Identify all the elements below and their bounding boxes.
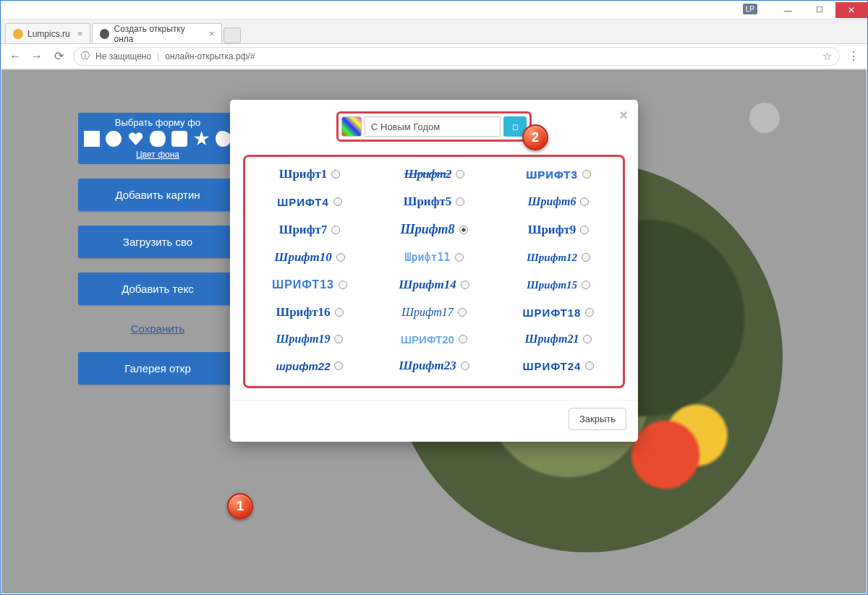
- window-minimize-button[interactable]: [772, 2, 804, 18]
- font-radio[interactable]: [331, 226, 340, 234]
- font-radio[interactable]: [585, 361, 594, 370]
- font-radio[interactable]: [334, 361, 343, 370]
- font-option-label: Шрифт14: [399, 278, 456, 292]
- font-option[interactable]: Шрифт10: [250, 250, 370, 265]
- annotation-badge-1: 1: [227, 493, 253, 519]
- add-image-button[interactable]: Добавить картин: [78, 179, 237, 211]
- font-option[interactable]: Шрифт15: [498, 278, 618, 292]
- font-radio[interactable]: [458, 308, 467, 317]
- font-radio[interactable]: [455, 253, 464, 262]
- new-tab-button[interactable]: [224, 27, 241, 43]
- font-option[interactable]: ШРИФТ3: [498, 167, 618, 181]
- font-radio[interactable]: [331, 170, 340, 179]
- font-radio[interactable]: [582, 170, 591, 179]
- titlebar: LP: [1, 1, 867, 20]
- font-option[interactable]: Шрифт6: [498, 194, 618, 209]
- font-radio[interactable]: [459, 335, 467, 343]
- shape-oval-icon[interactable]: [150, 131, 166, 147]
- font-option-label: Шрифт12: [527, 252, 577, 264]
- shape-heart-icon[interactable]: [128, 131, 144, 147]
- font-radio[interactable]: [461, 281, 469, 289]
- font-radio[interactable]: [580, 226, 589, 234]
- font-radio[interactable]: [456, 170, 464, 179]
- bookmark-icon[interactable]: ☆: [822, 50, 832, 63]
- font-option-label: ШРИФТ24: [523, 360, 582, 372]
- page-viewport: Выбрать форму фо Цвет фона Добавить карт…: [1, 69, 867, 594]
- font-option[interactable]: Шрифт12: [498, 250, 618, 265]
- font-option-label: Шрифт1: [279, 167, 328, 181]
- font-option[interactable]: ШРИФТ24: [498, 359, 618, 373]
- close-button[interactable]: Закрыть: [569, 408, 626, 430]
- font-option-label: Шрифт2: [404, 167, 451, 181]
- font-option[interactable]: Шрифт5: [374, 194, 494, 209]
- notification-bubble: [749, 103, 780, 133]
- font-option[interactable]: ШРИФТ20: [374, 333, 494, 346]
- modal-close-icon[interactable]: ×: [619, 107, 628, 124]
- font-radio[interactable]: [456, 197, 464, 206]
- font-option-label: Шрифт9: [528, 223, 576, 237]
- modal-footer: Закрыть: [230, 400, 638, 442]
- font-option[interactable]: ШРИФТ13: [250, 278, 370, 292]
- font-radio[interactable]: [333, 197, 342, 206]
- font-radio[interactable]: [334, 335, 343, 343]
- shape-square-icon[interactable]: [84, 131, 100, 147]
- font-option[interactable]: Шрифт21: [498, 333, 618, 346]
- font-radio[interactable]: [336, 253, 345, 262]
- font-option[interactable]: ШРИФТ4: [250, 194, 370, 209]
- shape-rounded-icon[interactable]: [171, 131, 187, 147]
- font-radio[interactable]: [583, 335, 592, 343]
- sidebar: Выбрать форму фо Цвет фона Добавить карт…: [78, 113, 237, 385]
- window-close-button[interactable]: [835, 2, 867, 18]
- gallery-button[interactable]: Галерея откр: [78, 352, 237, 385]
- font-option[interactable]: Шрифт23: [374, 359, 494, 373]
- font-radio[interactable]: [339, 281, 347, 289]
- font-option[interactable]: Шрифт7: [250, 222, 370, 237]
- font-radio[interactable]: [335, 308, 344, 317]
- favicon-icon: [100, 29, 109, 39]
- background-color-link[interactable]: Цвет фона: [84, 150, 231, 160]
- font-radio[interactable]: [582, 253, 590, 262]
- font-option[interactable]: Шрифт16: [250, 305, 370, 320]
- font-radio[interactable]: [582, 281, 590, 289]
- font-option[interactable]: ШРИФТ18: [498, 305, 618, 320]
- color-picker-button[interactable]: [341, 116, 362, 137]
- font-option[interactable]: Шрифт2: [374, 167, 494, 181]
- font-option-label: Шрифт8: [400, 222, 454, 237]
- browser-tab-postcard[interactable]: Создать открытку онла ×: [92, 23, 222, 43]
- upload-button[interactable]: Загрузить сво: [78, 226, 237, 258]
- font-option-label: Шрифт15: [527, 279, 577, 291]
- browser-tab-lumpics[interactable]: Lumpics.ru ×: [5, 23, 90, 43]
- font-option[interactable]: шрифт22: [250, 359, 370, 373]
- save-link[interactable]: Сохранить: [78, 320, 237, 338]
- font-option-label: Шрифт21: [525, 333, 579, 346]
- greeting-text-input[interactable]: [365, 116, 501, 137]
- security-label: Не защищено: [95, 51, 151, 61]
- font-option[interactable]: Шрифт17: [374, 305, 494, 320]
- shape-circle-icon[interactable]: [106, 131, 122, 147]
- address-bar[interactable]: ⓘ Не защищено | онлайн-открытка.рф/# ☆: [73, 47, 840, 66]
- back-icon[interactable]: ←: [8, 50, 22, 63]
- font-radio[interactable]: [580, 197, 589, 206]
- font-option[interactable]: Шрифт9: [498, 222, 618, 237]
- close-icon[interactable]: ×: [77, 28, 83, 39]
- shape-blob-icon[interactable]: [216, 131, 231, 147]
- font-radio[interactable]: [459, 226, 468, 234]
- add-text-button[interactable]: Добавить текс: [78, 273, 237, 305]
- lp-badge: LP: [743, 4, 757, 14]
- font-option[interactable]: Шрифт1: [250, 167, 370, 181]
- menu-icon[interactable]: ⋮: [847, 49, 860, 63]
- font-option[interactable]: Шрифт14: [374, 278, 494, 292]
- font-radio[interactable]: [461, 361, 469, 370]
- font-option[interactable]: Шрифт19: [250, 333, 370, 346]
- shape-star-icon[interactable]: [194, 131, 210, 147]
- reload-icon[interactable]: ⟳: [51, 49, 66, 63]
- font-option[interactable]: Шрифт8: [374, 222, 494, 237]
- text-input-group: [336, 111, 532, 142]
- font-option[interactable]: Шрифт11: [374, 250, 494, 265]
- font-option-label: Шрифт6: [528, 195, 576, 208]
- window-maximize-button[interactable]: [804, 2, 835, 18]
- close-icon[interactable]: ×: [209, 28, 215, 39]
- forward-icon[interactable]: →: [30, 50, 44, 63]
- shape-panel: Выбрать форму фо Цвет фона: [78, 113, 237, 164]
- font-radio[interactable]: [585, 308, 594, 317]
